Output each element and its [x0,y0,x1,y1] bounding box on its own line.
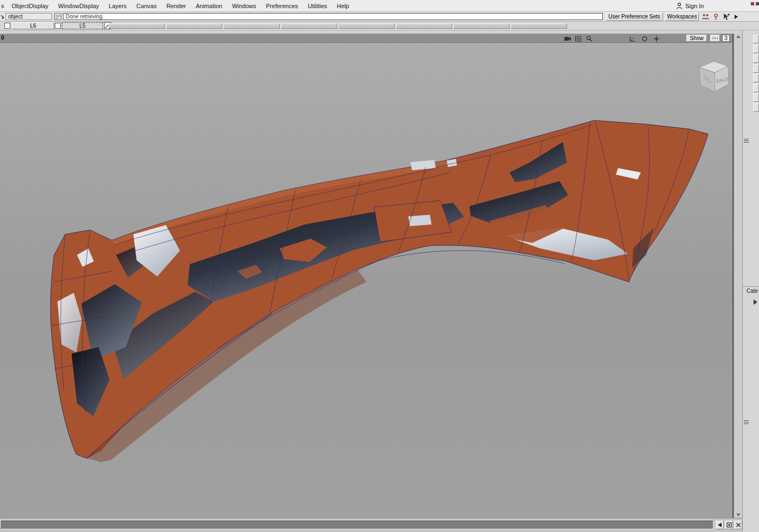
palette-button[interactable] [753,35,759,43]
bottom-bar [0,518,742,532]
layer-l6-button[interactable]: L6 [12,22,54,29]
menu-canvas[interactable]: Canvas [132,0,162,12]
category-tab[interactable]: Cate [747,288,759,294]
menu-render[interactable]: Render [162,0,191,12]
panel-grip-icon[interactable] [744,139,749,143]
grid-edit-icon[interactable] [575,35,582,42]
person-icon [676,2,683,10]
axis-icon[interactable] [629,35,636,42]
layer-slot[interactable] [511,23,567,29]
palette-button[interactable] [753,93,759,102]
panel-divider [743,286,759,287]
clipped-tool-icon[interactable] [0,14,4,20]
camera-icon[interactable] [564,35,571,42]
viewport-3d-scene[interactable] [0,34,732,518]
palette-button[interactable] [753,74,759,82]
layer-slot[interactable] [453,23,510,29]
pin-tool-icon[interactable] [712,13,720,21]
menu-item-clipped[interactable]: s [0,0,7,12]
panel-grip-icon[interactable] [744,420,749,425]
menu-windowdisplay[interactable]: WindowDisplay [53,0,104,12]
corner-gray-glyph [756,2,759,5]
layer-slot[interactable] [108,23,165,29]
bumper-model [50,120,708,462]
palette-button[interactable] [753,44,759,53]
viewport-header: 0 Show 3 [0,34,732,43]
scroll-down-arrow-icon[interactable] [736,514,741,516]
palette-button[interactable] [753,54,759,63]
show-button[interactable]: Show [686,35,707,42]
menu-preferences[interactable]: Preferences [261,0,303,12]
layer-slot[interactable] [281,23,337,29]
prompt-toolbar: object Done retrieving. User Preference … [0,12,759,22]
expand-triangle-icon[interactable] [754,299,757,305]
user-preference-sets-button[interactable]: User Preference Sets [606,12,663,21]
menu-utilities[interactable]: Utilities [303,0,332,12]
status-prompt-line[interactable]: Done retrieving. [63,13,603,20]
layer-slot[interactable] [396,23,452,29]
toolbar-flyout-arrow[interactable] [735,15,738,19]
menu-windows[interactable]: Windows [227,0,261,12]
scroll-up-arrow-icon[interactable] [736,35,741,38]
window-corner-glyphs [751,2,759,5]
shared-views-icon[interactable] [702,13,710,21]
viewport-corner-label: 0 [1,35,4,41]
right-shelf-panel: Cate [742,30,759,532]
pick-tool-icon[interactable] [722,13,730,21]
sign-in-button[interactable]: Sign In [676,0,704,12]
layer-bar: L6 L5 [0,22,759,30]
menu-bar: s ObjectDisplay WindowDisplay Layers Can… [0,0,759,12]
layer-l5-checkbox[interactable] [55,23,61,29]
horizontal-scrollbar-track[interactable] [1,521,713,529]
layer-slot[interactable] [223,23,280,29]
corner-red-glyph [751,2,754,5]
viewport-right-scroll-strip[interactable] [734,34,742,518]
prompt-history-icon[interactable] [54,13,61,20]
palette-button[interactable] [753,84,759,92]
menu-objectdisplay[interactable]: ObjectDisplay [7,0,54,12]
layer-l5-active-tab[interactable]: L5 [62,22,103,29]
crosshair-icon[interactable] [653,35,660,42]
zoom-magnifier-icon[interactable] [586,35,593,42]
menu-help[interactable]: Help [332,0,354,12]
frame-grid-button[interactable] [725,521,733,529]
layer-slot[interactable] [338,23,395,29]
palette-button[interactable] [753,103,759,112]
3d-viewport[interactable]: 0 Show 3 BACK LEFT [0,34,734,518]
layer-slot[interactable] [166,23,222,29]
viewport-options-handle[interactable] [710,35,720,42]
close-pane-button[interactable] [734,521,742,529]
menu-layers[interactable]: Layers [104,0,132,12]
workspaces-button[interactable]: Workspaces [665,12,699,21]
scroll-left-button[interactable] [716,521,724,529]
ring-icon[interactable] [641,35,648,42]
sign-in-label: Sign In [685,3,704,9]
menu-animation[interactable]: Animation [191,0,227,12]
pane-count-box[interactable]: 3 [722,35,730,42]
layer-l6-checkbox[interactable] [4,23,10,29]
palette-button[interactable] [753,64,759,73]
view-cube[interactable]: BACK LEFT [696,57,731,95]
object-mode-field[interactable]: object [5,13,52,20]
